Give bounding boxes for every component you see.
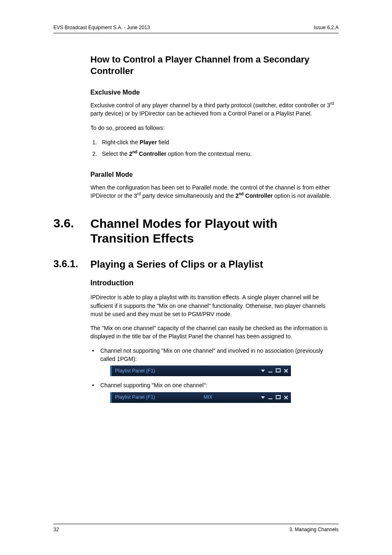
bullet-1: Channel not supporting "Mix on one chann… [90, 347, 339, 377]
svg-rect-7 [276, 395, 280, 399]
minimize-icon[interactable] [268, 368, 273, 373]
footer-chapter: 3. Managing Channels [289, 527, 339, 532]
intro-p2: The "Mix on one channel" capacity of the… [90, 324, 339, 341]
text: Right-click the [102, 139, 140, 146]
text: Channel not supporting "Mix on one chann… [100, 347, 323, 362]
svg-rect-2 [276, 369, 280, 372]
bold-text: 2 [235, 192, 239, 199]
text: party device simultaneously and the [141, 192, 235, 199]
exclusive-p1: Exclusive control of any player channel … [90, 101, 339, 118]
superscript: nd [239, 192, 244, 196]
bold-text: Controller [137, 150, 166, 157]
chapter-number: 3.6. [53, 216, 90, 230]
titlebar-mix-label: MIX [155, 394, 261, 401]
maximize-icon[interactable] [276, 395, 281, 400]
page-footer: 32 3. Managing Channels [53, 524, 339, 532]
page-number: 32 [53, 527, 59, 532]
superscript: nd [132, 150, 137, 155]
text: party device) or by IPDirector can be ac… [90, 110, 312, 117]
text: option is not available. [273, 192, 331, 199]
parallel-mode-heading: Parallel Mode [90, 171, 339, 178]
bullet-2: Channel supporting "Mix on one channel":… [90, 381, 339, 402]
subsection-heading: 3.6.1. Playing a Series of Clips or a Pl… [53, 258, 339, 271]
bullet-list: Channel not supporting "Mix on one chann… [90, 347, 339, 403]
svg-marker-0 [261, 370, 265, 372]
subsection-title: Playing a Series of Clips or a Playlist [90, 258, 263, 271]
intro-p1: IPDirector is able to play a playlist wi… [90, 293, 339, 318]
svg-marker-5 [261, 396, 265, 399]
dropdown-icon[interactable] [261, 396, 265, 399]
close-icon[interactable] [284, 368, 288, 373]
introduction-heading: Introduction [90, 279, 339, 287]
bold-text: Player [140, 139, 157, 146]
header-left: EVS Broadcast Equipment S.A. - June 2013 [53, 25, 150, 30]
text: Select the [102, 150, 129, 157]
exclusive-p2: To do so, proceed as follows: [90, 124, 339, 132]
chapter-heading: 3.6. Channel Modes for Playout with Tran… [53, 216, 339, 246]
minimize-icon[interactable] [268, 395, 273, 400]
dropdown-icon[interactable] [261, 370, 265, 372]
text: field [157, 139, 169, 146]
page-header: EVS Broadcast Equipment S.A. - June 2013… [53, 25, 339, 33]
step-2: Select the 2nd Controller option from th… [99, 149, 339, 158]
close-icon[interactable] [284, 395, 288, 400]
text: option from the contextual menu. [166, 150, 252, 157]
playlist-panel-titlebar: Playlist Panel (F1) [110, 365, 291, 376]
text: Channel supporting "Mix on one channel": [100, 382, 208, 388]
subsection-number: 3.6.1. [53, 258, 90, 270]
superscript: rd [330, 101, 334, 106]
chapter-title: Channel Modes for Playout with Transitio… [90, 216, 339, 246]
bold-text: 2 [129, 150, 132, 157]
text: Exclusive control of any player channel … [90, 102, 330, 109]
parallel-p1: When the configuration has been set to P… [90, 183, 339, 200]
titlebar-title: Playlist Panel (F1) [115, 394, 155, 401]
maximize-icon[interactable] [276, 368, 281, 373]
superscript: rd [137, 192, 141, 196]
step-1: Right-click the Player field [99, 138, 339, 147]
exclusive-mode-heading: Exclusive Mode [90, 89, 339, 96]
svg-rect-6 [268, 398, 272, 399]
header-right: Issue 6.2.A [314, 25, 339, 30]
titlebar-title: Playlist Panel (F1) [115, 368, 155, 375]
steps-list: Right-click the Player field Select the … [90, 138, 339, 159]
playlist-panel-titlebar-mix: Playlist Panel (F1) MIX [110, 392, 291, 403]
bold-text: Controller [244, 192, 273, 199]
svg-rect-1 [268, 372, 272, 372]
section-heading: How to Control a Player Channel from a S… [53, 54, 339, 76]
